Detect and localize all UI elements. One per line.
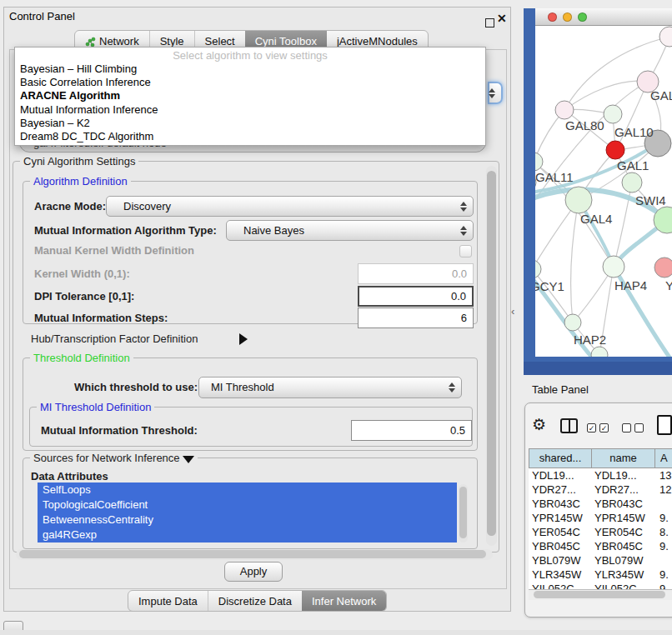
mi-steps-input[interactable]: 6 (358, 308, 474, 328)
network-node-label: GAL10 (614, 125, 654, 139)
algorithm-dropdown-popup: Select algorithm to view settings Bayesi… (14, 47, 486, 146)
table-row[interactable]: YDL19...YDL19...13 (529, 468, 672, 482)
scrollbar-thumb[interactable] (459, 487, 467, 538)
network-node[interactable] (606, 141, 624, 159)
close-traffic-light-icon[interactable] (548, 12, 557, 22)
settings-horizontal-scrollbar[interactable] (16, 549, 493, 560)
network-node[interactable] (604, 105, 622, 123)
tab-impute-data[interactable]: Impute Data (128, 591, 208, 611)
network-node[interactable] (659, 27, 672, 47)
algorithm-option-aracne-algorithm[interactable]: ARACNE Algorithm (15, 89, 485, 102)
network-window-titlebar[interactable] (535, 8, 672, 26)
export-table-icon[interactable] (657, 415, 672, 435)
column-header-name[interactable]: name (592, 449, 655, 468)
table-cell: YDL19... (529, 468, 591, 482)
select-all-columns-icon[interactable]: ✓ ✓ (587, 423, 609, 432)
table-cell: 9. (654, 568, 672, 582)
table-cell: YPR145W (591, 511, 654, 525)
table-panel-title: Table Panel (532, 383, 589, 396)
algorithm-option-bayesian-hill-climbing[interactable]: Bayesian – Hill Climbing (15, 62, 485, 76)
algorithm-option-basic-correlation-inference[interactable]: Basic Correlation Inference (15, 76, 485, 89)
attribute-item-topologicalcoefficient[interactable]: TopologicalCoefficient (38, 498, 457, 512)
collapse-down-triangle-icon[interactable] (183, 456, 194, 463)
attribute-item-betweennesscentrality[interactable]: BetweennessCentrality (38, 512, 457, 528)
group-title: Threshold Definition (30, 352, 133, 364)
manual-kernel-width-label: Manual Kernel Width Definition (34, 242, 194, 260)
deselect-all-columns-icon[interactable] (622, 423, 644, 432)
table-row[interactable]: YBR045CYBR045C9. (529, 539, 672, 553)
attribute-item-selfloops[interactable]: SelfLoops (38, 482, 457, 498)
kernel-width-input[interactable]: 0.0 (358, 263, 474, 284)
manual-kernel-width-checkbox[interactable] (459, 245, 472, 258)
table-row[interactable]: YPR145WYPR145W9. (529, 511, 672, 525)
network-edge (571, 200, 579, 322)
zoom-traffic-light-icon[interactable] (578, 12, 587, 22)
attribute-item-gal4rgexp[interactable]: gal4RGexp (38, 528, 457, 542)
aracne-mode-combobox[interactable]: Discovery (106, 196, 474, 217)
close-icon[interactable]: ✕ (497, 12, 507, 24)
mi-threshold-input[interactable]: 0.5 (351, 420, 472, 441)
network-node[interactable] (622, 172, 642, 192)
gear-icon[interactable]: ⚙ (532, 417, 546, 433)
expand-right-triangle-icon[interactable] (239, 333, 248, 345)
table-cell: YLR345W (591, 568, 654, 582)
float-window-icon[interactable] (485, 18, 494, 28)
tab-label: Infer Network (312, 595, 376, 608)
dropdown-placeholder: Select algorithm to view settings (15, 48, 485, 62)
minimize-traffic-light-icon[interactable] (563, 12, 572, 22)
network-node[interactable] (555, 101, 574, 119)
network-node[interactable] (535, 260, 541, 278)
stepper-arrows-icon (459, 201, 467, 212)
settings-vertical-scrollbar[interactable] (486, 166, 497, 546)
attributes-scrollbar[interactable] (459, 484, 468, 542)
table-panel-window: ⚙ ✓ ✓ shared...nameA YDL19...YDL19...13Y… (524, 402, 672, 618)
column-header-shared[interactable]: shared... (529, 449, 592, 468)
network-canvas[interactable]: GAL7GAL80GAL10GAL1GAL11SWI4GAL4HAP4YGCY1… (535, 26, 672, 357)
table-row[interactable]: YDR27...YDR27...12 (529, 482, 672, 497)
group-title: Sources for Network Inference (30, 452, 198, 464)
tab-label: Select (205, 35, 235, 48)
table-cell (654, 497, 672, 511)
algorithm-option-dream8-dc-tdc-algorithm[interactable]: Dream8 DC_TDC Algorithm (15, 130, 485, 143)
network-icon (85, 36, 96, 47)
mi-algorithm-type-combobox[interactable]: Naive Bayes (226, 220, 474, 241)
tab-discretize-data[interactable]: Discretize Data (208, 591, 302, 611)
algorithm-option-mutual-information-inference[interactable]: Mutual Information Inference (15, 103, 485, 117)
table-row[interactable]: YBL079WYBL079W (529, 553, 672, 568)
network-node[interactable] (654, 258, 672, 278)
table-cell: YDR27... (591, 482, 654, 497)
scrollbar-thumb[interactable] (534, 591, 665, 598)
unchecked-box-icon (622, 423, 631, 432)
cyni-mode-tabs: Impute DataDiscretize DataInfer Network (128, 590, 387, 612)
network-node[interactable] (564, 314, 581, 331)
network-graph: GAL7GAL80GAL10GAL1GAL11SWI4GAL4HAP4YGCY1… (535, 26, 672, 357)
tab-infer-network[interactable]: Infer Network (302, 591, 386, 611)
which-threshold-combobox[interactable]: MI Threshold (198, 377, 462, 398)
apply-button[interactable]: Apply (224, 562, 283, 582)
table-cell: 9. (654, 539, 672, 553)
table-row[interactable]: YLR345WYLR345W9. (529, 568, 672, 582)
table-cell: 12 (654, 482, 672, 497)
window-frame-border (524, 362, 672, 375)
algorithm-option-bayesian-k2[interactable]: Bayesian – K2 (15, 117, 485, 130)
data-attributes-list[interactable]: SelfLoopsTopologicalCoefficientBetweenne… (38, 482, 457, 542)
network-node-label: GCY1 (535, 279, 564, 293)
network-node[interactable] (603, 256, 624, 278)
control-panel-window: Control Panel ✕ NetworkStyleSelectCyni T… (3, 7, 511, 612)
network-edge (535, 269, 573, 322)
table-cell: YBR045C (529, 539, 591, 553)
splitter-collapse-icon[interactable]: ‹ (511, 305, 514, 318)
stepper-arrows-icon (459, 225, 467, 237)
dpi-tolerance-input[interactable]: 0.0 (358, 286, 474, 307)
columns-icon[interactable] (560, 418, 578, 433)
network-node[interactable] (565, 187, 592, 213)
scrollbar-thumb[interactable] (19, 550, 486, 558)
table-horizontal-scrollbar[interactable] (529, 589, 672, 600)
combobox-value: Discovery (123, 200, 171, 212)
table-row[interactable]: YER054CYER054C8. (529, 525, 672, 539)
table-row[interactable]: YBR043CYBR043C (529, 497, 672, 511)
scrollbar-thumb[interactable] (487, 171, 496, 536)
inference-algorithm-combobox[interactable] (488, 82, 503, 104)
column-header-a[interactable]: A (655, 449, 672, 468)
table-cell: YER054C (529, 525, 591, 539)
